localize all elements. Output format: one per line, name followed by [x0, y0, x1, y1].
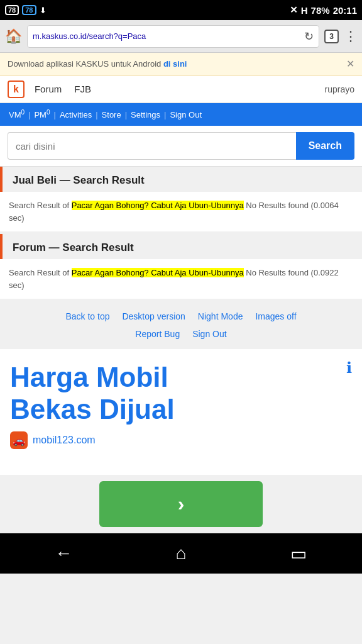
- download-banner: Download aplikasi KASKUS untuk Android d…: [0, 53, 362, 75]
- bottom-nav: ← ⌂ ▭: [0, 533, 362, 574]
- nav-forum[interactable]: Forum: [35, 84, 62, 94]
- nav-bar: k Forum FJB ruprayo: [0, 75, 362, 103]
- subnav-pm[interactable]: PM0: [33, 109, 51, 119]
- download-icon: ⬇: [40, 6, 47, 15]
- footer-night-mode[interactable]: Night Mode: [198, 311, 243, 321]
- ad-domain: 🚗 mobil123.com: [10, 431, 352, 449]
- subnav-settings[interactable]: Settings: [129, 110, 162, 119]
- status-left: 78 78 ⬇: [5, 5, 47, 15]
- forum-header: Forum — Search Result: [0, 234, 362, 259]
- clock: 20:11: [333, 5, 357, 16]
- back-button[interactable]: ←: [45, 538, 82, 569]
- browser-refresh-button[interactable]: ↻: [304, 30, 314, 43]
- banner-link[interactable]: di sini: [163, 59, 187, 69]
- home-button[interactable]: ⌂: [162, 538, 200, 569]
- content: Jual Beli — Search Result Search Result …: [0, 167, 362, 533]
- search-highlight-1: Pacar Agan Bohong? Cabut Aja Ubun-Ubunny…: [72, 201, 244, 210]
- search-bar: Search: [0, 126, 362, 167]
- status-right: ✕ H 78% 20:11: [290, 4, 357, 16]
- browser-bar: 🏠 m.kaskus.co.id/search?q=Paca ↻ 3 ⋮: [0, 20, 362, 53]
- subnav-vm[interactable]: VM0: [8, 109, 26, 119]
- nav-fjb[interactable]: FJB: [74, 84, 91, 94]
- ad-info-icon[interactable]: ℹ: [346, 359, 352, 377]
- browser-menu-button[interactable]: ⋮: [344, 28, 357, 45]
- status-bar: 78 78 ⬇ ✕ H 78% 20:11: [0, 0, 362, 20]
- nav-username: ruprayo: [325, 84, 354, 94]
- subnav-signout[interactable]: Sign Out: [168, 110, 203, 119]
- sub-nav: VM0 | PM0 | Activities | Store | Setting…: [0, 103, 362, 126]
- jual-beli-section: Jual Beli — Search Result Search Result …: [0, 167, 362, 231]
- kaskus-logo[interactable]: k: [8, 80, 25, 98]
- footer-images-off[interactable]: Images off: [255, 311, 296, 321]
- forum-body: Search Result of Pacar Agan Bohong? Cabu…: [0, 259, 362, 299]
- recent-apps-button[interactable]: ▭: [280, 538, 317, 569]
- jual-beli-header: Jual Beli — Search Result: [0, 167, 362, 192]
- ad-next-button[interactable]: ›: [99, 481, 263, 527]
- forum-section: Forum — Search Result Search Result of P…: [0, 234, 362, 299]
- banner-text: Download aplikasi KASKUS untuk Android d…: [8, 59, 187, 69]
- ad-domain-text: mobil123.com: [33, 435, 96, 446]
- nav-links: Forum FJB: [35, 84, 325, 94]
- signal-indicator: H: [301, 5, 308, 16]
- browser-url-box[interactable]: m.kaskus.co.id/search?q=Paca ↻: [27, 25, 319, 48]
- banner-close-button[interactable]: ✕: [346, 58, 354, 70]
- footer-desktop-version[interactable]: Desktop version: [122, 311, 185, 321]
- footer-links-row2: Report Bug Sign Out: [0, 326, 362, 349]
- battery-indicator: 78%: [311, 5, 330, 16]
- ad-title: Harga Mobil Bekas Dijual: [10, 362, 352, 425]
- badge-1: 78: [5, 5, 19, 15]
- search-button[interactable]: Search: [296, 132, 354, 160]
- footer-sign-out[interactable]: Sign Out: [192, 329, 226, 339]
- jual-beli-body: Search Result of Pacar Agan Bohong? Cabu…: [0, 192, 362, 231]
- subnav-store[interactable]: Store: [101, 110, 123, 119]
- bluetooth-off-icon: ✕: [290, 4, 298, 16]
- subnav-activities[interactable]: Activities: [58, 110, 93, 119]
- ad-car-icon: 🚗: [10, 431, 28, 449]
- ad-area: Harga Mobil Bekas Dijual 🚗 mobil123.com …: [0, 349, 362, 475]
- footer-back-to-top[interactable]: Back to top: [65, 311, 109, 321]
- browser-url-text: m.kaskus.co.id/search?q=Paca: [33, 31, 146, 41]
- footer-report-bug[interactable]: Report Bug: [135, 329, 180, 339]
- badge-2: 78: [22, 5, 36, 15]
- ad-button-area: ›: [0, 475, 362, 533]
- search-input[interactable]: [8, 132, 296, 160]
- browser-tabs-button[interactable]: 3: [324, 30, 339, 43]
- search-highlight-2: Pacar Agan Bohong? Cabut Aja Ubun-Ubunny…: [72, 268, 244, 277]
- footer-links-row1: Back to top Desktop version Night Mode I…: [0, 301, 362, 326]
- browser-home-button[interactable]: 🏠: [5, 28, 22, 45]
